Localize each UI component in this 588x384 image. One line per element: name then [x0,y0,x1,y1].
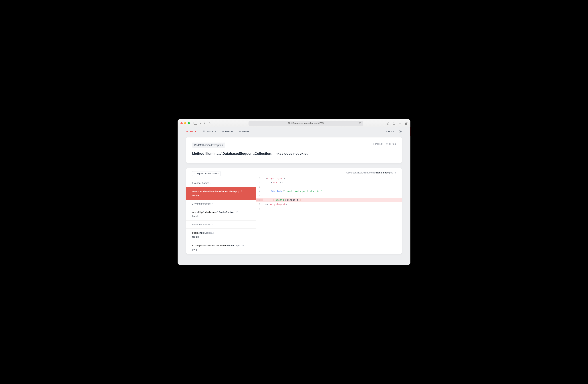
code-line-highlighted: 6 {{ $posts->linkss() }} [256,198,402,202]
tab-label: CONTEXT [206,130,216,133]
code-lines: 1<x-app-layout> 2 <x-ad /> 3 4 @include(… [256,176,402,211]
settings-button[interactable] [399,130,402,133]
code-file-path: resources/views/front/home/index.blade.p… [256,168,402,176]
laravel-icon [386,143,388,145]
frames-list: Expand vendor frames 3 vendor frames ▾ r… [186,168,256,254]
exception-message: Method Illuminate\Database\Eloquent\Coll… [192,152,396,156]
stack-icon [186,130,189,133]
svg-rect-3 [405,122,406,123]
tab-context[interactable]: CONTEXT [203,130,216,133]
expand-icon [194,173,196,175]
expand-vendor-button[interactable]: Expand vendor frames [192,171,221,176]
code-line: 3 [256,184,402,189]
code-line: 5 [256,193,402,198]
chevron-down-icon: ▾ [211,223,212,225]
back-button[interactable] [204,122,206,125]
traffic-lights [180,122,190,124]
laravel-version: 8.79.0 [386,142,396,145]
laravel-icon [385,130,387,133]
frame-item[interactable]: ~/.composer/vendor/laravel/valet/server.… [186,241,256,254]
svg-rect-5 [405,123,406,124]
group-label: 3 vendor frames [192,182,209,184]
dropdown-chevron-icon[interactable] [199,123,201,124]
exception-class-badge: BadMethodCallException [192,142,225,148]
frame-item-active[interactable]: resources/views/front/home/index.blade.p… [186,187,256,200]
svg-point-8 [400,131,401,132]
code-line: 2 <x-ad /> [256,180,402,184]
address-text: Not Secure — freek.dev.test/#F65 [288,122,324,124]
docs-label: DOCS [388,130,394,133]
code-viewer: resources/views/front/home/index.blade.p… [256,168,402,254]
tab-stack[interactable]: STACK [186,130,197,133]
svg-rect-4 [406,122,407,123]
new-tab-icon[interactable] [399,122,401,125]
svg-rect-0 [194,122,197,124]
php-version: PHP 8.1.0 [372,142,383,145]
group-label: 17 vendor frames [192,202,210,205]
sidebar-toggle-icon[interactable] [194,122,197,124]
tab-label: SHARE [242,130,250,133]
frame-method: require [192,194,250,197]
laravel-version-text: 8.79.0 [389,142,396,145]
downloads-icon[interactable] [386,122,389,125]
ignition-nav: STACK CONTEXT DEBUG SHARE DOCS [178,127,410,136]
vendor-frame-group[interactable]: 3 vendor frames ▾ [186,179,256,187]
frame-method: handle [192,214,250,218]
vendor-frame-group[interactable]: 44 vendor frames ▾ [186,220,256,228]
tab-overview-icon[interactable] [405,122,408,125]
vendor-frame-group[interactable]: 17 vendor frames ▾ [186,200,256,208]
code-line: 7</x-app-layout> [256,202,402,206]
code-line: 1<x-app-layout> [256,176,402,180]
minimize-window-button[interactable] [184,122,186,124]
browser-window: Not Secure — freek.dev.test/#F65 [178,119,410,265]
tab-debug[interactable]: DEBUG [222,130,233,133]
group-label: 44 vendor frames [192,223,210,226]
address-bar[interactable]: Not Secure — freek.dev.test/#F65 [249,121,363,126]
gear-icon [399,130,402,133]
chevron-down-icon: ▾ [210,182,211,184]
expand-label: Expand vendor frames [197,172,219,175]
stack-panel: Expand vendor frames 3 vendor frames ▾ r… [186,168,402,254]
share-arrow-icon [239,130,241,133]
docs-link[interactable]: DOCS [385,130,394,133]
exception-card: BadMethodCallException PHP 8.1.0 8.79.0 … [186,138,402,163]
share-icon[interactable] [393,122,395,125]
tab-label: STACK [189,130,197,133]
frame-method: [top] [192,248,250,251]
titlebar: Not Secure — freek.dev.test/#F65 [178,119,410,127]
svg-rect-6 [406,123,407,124]
frame-method: require [192,235,250,239]
context-icon [203,130,205,133]
close-window-button[interactable] [180,122,183,124]
code-line: 8 [256,206,402,211]
chevron-down-icon: ▾ [211,203,212,205]
forward-button[interactable] [209,122,211,125]
tab-label: DEBUG [225,130,233,133]
svg-point-7 [223,131,224,132]
tab-share[interactable]: SHARE [239,130,250,133]
frame-item[interactable]: public/index.php:52 require [186,228,256,241]
accent-bar [410,127,410,136]
reload-icon[interactable] [359,122,361,124]
page-content: STACK CONTEXT DEBUG SHARE DOCS [178,127,410,265]
code-line: 4 @include('front.posts.partials.list') [256,189,402,193]
frame-item[interactable]: App \ Http \ Middleware \ CacheControl:1… [186,208,256,220]
maximize-window-button[interactable] [188,122,190,124]
bug-icon [222,130,224,133]
version-info: PHP 8.1.0 8.79.0 [372,142,396,145]
